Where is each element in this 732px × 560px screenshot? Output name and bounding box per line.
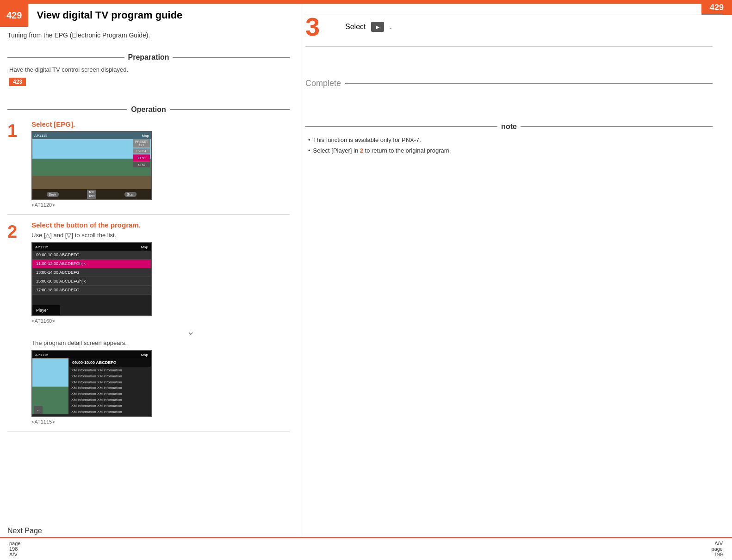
step-2-ref1: <AT1160>: [31, 318, 290, 324]
select-icon: ►: [371, 22, 384, 32]
screen-2-topbar-text: AP1115: [35, 245, 48, 249]
step-2: 2 Select the button of the program. Use …: [7, 221, 290, 431]
screen-2-bg: AP1115 Map 09:00-10:00 ABCDEFG 11:00-12:…: [32, 243, 151, 315]
note-item-1: Select [Player] in 2 to return to the or…: [308, 147, 713, 154]
operation-section: Operation 1 Select [EPG]. AP1115 Map PRE…: [7, 105, 290, 438]
screen-3-mockup: AP1115 Map 09:00-10:00 ABCDEFG XM inform…: [31, 350, 152, 417]
screen-2-map: Map: [141, 245, 148, 249]
btn-src: SRC: [133, 162, 150, 167]
screen-3-bg: AP1115 Map 09:00-10:00 ABCDEFG XM inform…: [32, 351, 151, 416]
screen-1-mockup: AP1115 Map PRESETCH P-LIST EPG SRC Seek …: [31, 131, 152, 200]
prog-item-1[interactable]: 11:00-12:00 ABCDEFGhijk: [32, 259, 151, 268]
arrow-down: ⌄: [92, 326, 290, 338]
screen-2-bottom: Player: [32, 305, 60, 315]
header-line-left: [7, 57, 124, 58]
next-page-text: Next Page: [7, 527, 42, 535]
step-2-subtext: Use [△] and [▽] to scroll the list.: [31, 232, 290, 239]
back-button[interactable]: ←: [34, 406, 43, 414]
header-line-right: [173, 57, 290, 58]
screen-3-map: Map: [141, 353, 148, 357]
screen-2-player: Player: [36, 308, 48, 313]
next-page: Next Page: [7, 527, 42, 535]
step-1-instruction: Select [EPG].: [31, 120, 290, 128]
btn-plist: P-LIST: [133, 148, 150, 154]
note-section: note This function is available only for…: [305, 123, 713, 158]
screen-1-topbar: AP1115 Map: [32, 132, 151, 139]
complete-header: Complete: [305, 79, 713, 88]
step-3-instruction-text: Select: [345, 23, 366, 31]
prog-item-0[interactable]: 09:00-10:00 ABCDEFG: [32, 251, 151, 259]
screen-2-topbar: AP1115 Map: [32, 243, 151, 251]
prog-item-3[interactable]: 15:00-16:00 ABCDEFGhijk: [32, 277, 151, 286]
complete-label: Complete: [305, 79, 341, 88]
step-1-instruction-text: Select [EPG].: [31, 120, 75, 128]
footer-page-label-right: page: [712, 546, 723, 552]
step-3: 3 Select ► .: [305, 14, 713, 61]
note-item-1-text: Select [Player] in 2 to return to the or…: [313, 147, 451, 154]
footer-left: page 198 A/V: [9, 541, 20, 557]
note-item-0-text: This function is available only for PNX-…: [313, 136, 421, 143]
step-1: 1 Select [EPG]. AP1115 Map PRESETCH P-LI…: [7, 120, 290, 215]
step-2-number: 2: [7, 223, 26, 240]
step-3-number: 3: [305, 14, 338, 40]
step-1-ref: <AT1120>: [31, 202, 290, 208]
footer-av-right: A/V: [714, 541, 723, 546]
footer-page-number-right: 199: [714, 552, 723, 557]
preparation-header: Preparation: [7, 53, 290, 62]
title-number: 429: [6, 10, 22, 21]
page-number-top-value: 429: [710, 3, 724, 12]
operation-label: Operation: [131, 105, 166, 114]
complete-line: [345, 83, 713, 84]
btn-tele: TeleText: [87, 190, 97, 199]
screen-3-title: 09:00-10:00 ABCDEFG: [69, 358, 151, 367]
step-1-number: 1: [7, 122, 26, 140]
note-header: note: [305, 123, 713, 131]
step-3-period: .: [390, 23, 391, 31]
op-line-right: [170, 109, 290, 110]
step-2-instruction: Select the button of the program.: [31, 221, 290, 229]
step-2-content: Select the button of the program. Use [△…: [31, 221, 290, 425]
note-item-0: This function is available only for PNX-…: [308, 136, 713, 143]
prog-item-4[interactable]: 17:00-18:00 ABCDEFG: [32, 286, 151, 295]
screen-1-buttons: PRESETCH P-LIST EPG SRC: [133, 139, 150, 167]
preparation-label: Preparation: [128, 53, 169, 62]
column-divider: [301, 4, 301, 537]
op-line-left: [7, 109, 127, 110]
footer-av-left: A/V: [9, 552, 20, 557]
note-line-left: [305, 126, 497, 127]
screen-1-topbar-text: AP1115: [34, 134, 47, 138]
screen-2-mockup: AP1115 Map 09:00-10:00 ABCDEFG 11:00-12:…: [31, 242, 152, 316]
btn-seek: Seek: [47, 192, 59, 197]
step-3-instruction: Select ► .: [345, 22, 392, 32]
footer-page-number-left: 198: [9, 546, 20, 552]
btn-epg: EPG: [133, 154, 150, 161]
note-highlight: 2: [360, 147, 363, 154]
note-label: note: [501, 123, 517, 131]
prog-item-2[interactable]: 13:00-14:00 ABCDEFG: [32, 268, 151, 277]
screen-3-topbar: AP1115 Map: [32, 351, 151, 358]
step-2-subtext2: The program detail screen appears.: [31, 339, 290, 346]
btn-preset: PRESETCH: [133, 139, 150, 148]
footer: page 198 A/V A/V page 199: [0, 537, 732, 560]
screen-1-bottom: Seek TeleText Scan: [32, 189, 151, 199]
step-1-content: Select [EPG]. AP1115 Map PRESETCH P-LIST…: [31, 120, 290, 208]
btn-scan: Scan: [124, 192, 136, 197]
page-number-top: 429: [701, 0, 732, 15]
top-bar: [0, 0, 732, 4]
footer-right: A/V page 199: [712, 541, 723, 557]
footer-page-label-left: page: [9, 541, 20, 546]
preparation-section: Preparation Have the digital TV control …: [7, 53, 290, 86]
screen-3-content: XM information XM information XM informa…: [69, 367, 149, 414]
page-title: View digital TV program guide: [37, 9, 182, 21]
page-subtitle: Tuning from the EPG (Electronic Program …: [7, 31, 150, 39]
preparation-badge: 423: [9, 78, 26, 86]
note-items: This function is available only for PNX-…: [305, 136, 713, 154]
step-3-header: 3 Select ► .: [305, 14, 713, 47]
screen-3-topbar-text: AP1115: [35, 353, 48, 357]
note-line-right: [521, 126, 713, 127]
title-number-box: 429: [0, 4, 28, 27]
step-2-instruction-text: Select the button of the program.: [31, 221, 141, 229]
program-list: 09:00-10:00 ABCDEFG 11:00-12:00 ABCDEFGh…: [32, 251, 151, 305]
screen-1-bg: AP1115 Map PRESETCH P-LIST EPG SRC Seek …: [32, 132, 151, 199]
operation-header: Operation: [7, 105, 290, 114]
